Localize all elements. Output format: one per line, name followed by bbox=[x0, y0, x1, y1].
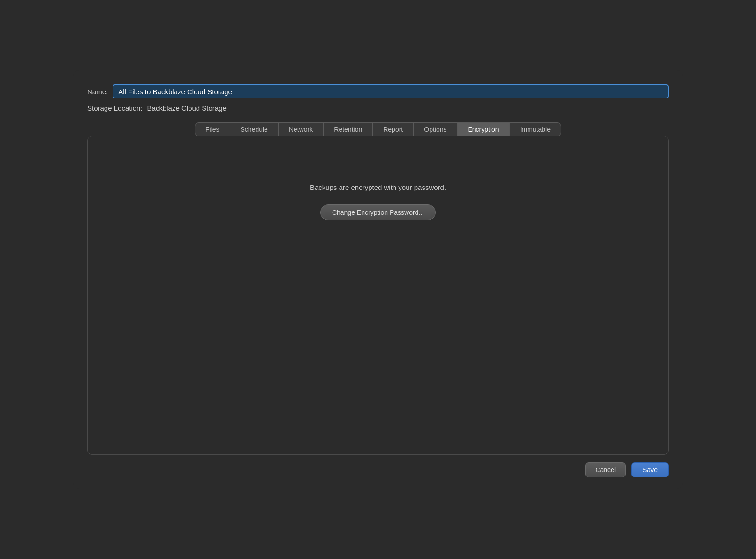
tabs-container: Files Schedule Network Retention Report … bbox=[87, 118, 669, 136]
tab-options[interactable]: Options bbox=[414, 123, 457, 136]
tab-files[interactable]: Files bbox=[195, 123, 230, 136]
cancel-button[interactable]: Cancel bbox=[585, 462, 626, 477]
dialog-footer: Cancel Save bbox=[87, 462, 669, 477]
change-encryption-password-button[interactable]: Change Encryption Password... bbox=[320, 204, 436, 220]
save-button[interactable]: Save bbox=[631, 462, 669, 477]
tab-group: Files Schedule Network Retention Report … bbox=[195, 122, 561, 136]
name-label: Name: bbox=[87, 88, 108, 96]
name-input[interactable] bbox=[113, 84, 669, 98]
tab-immutable[interactable]: Immutable bbox=[510, 123, 561, 136]
tab-schedule[interactable]: Schedule bbox=[230, 123, 279, 136]
tab-network[interactable]: Network bbox=[279, 123, 324, 136]
storage-location-value: Backblaze Cloud Storage bbox=[147, 104, 227, 112]
tab-report[interactable]: Report bbox=[373, 123, 414, 136]
content-area: Backups are encrypted with your password… bbox=[87, 136, 669, 455]
storage-location-label: Storage Location: bbox=[87, 104, 143, 112]
encryption-message: Backups are encrypted with your password… bbox=[310, 183, 446, 191]
tab-encryption[interactable]: Encryption bbox=[458, 123, 510, 136]
storage-location-row: Storage Location: Backblaze Cloud Storag… bbox=[87, 104, 669, 112]
dialog: Name: Storage Location: Backblaze Cloud … bbox=[73, 70, 683, 489]
name-row: Name: bbox=[87, 84, 669, 98]
tab-retention[interactable]: Retention bbox=[324, 123, 373, 136]
